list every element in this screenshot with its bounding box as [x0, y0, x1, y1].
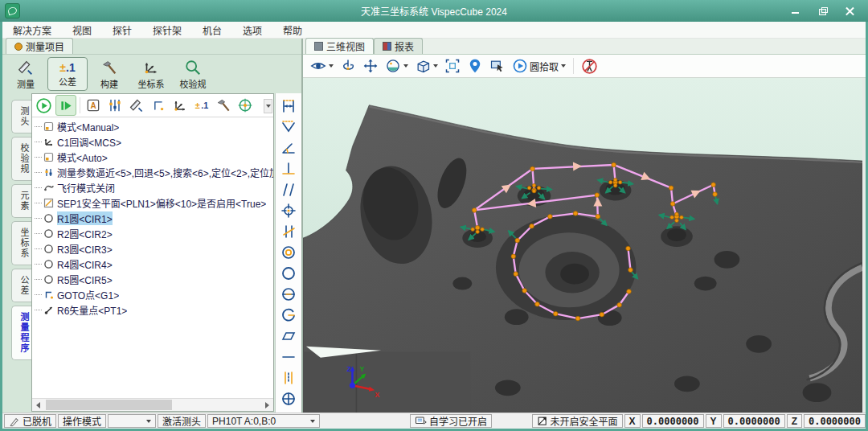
- total-runout-tool-button[interactable]: [278, 388, 299, 408]
- ribbon-construct-button[interactable]: 构建: [89, 57, 129, 91]
- plane-icon: [45, 199, 53, 207]
- display-options-button[interactable]: [308, 56, 336, 76]
- position-tool-button[interactable]: [278, 200, 299, 220]
- shading-mode-button[interactable]: [383, 56, 411, 76]
- circle-pick-button[interactable]: 圆拾取: [510, 56, 568, 76]
- step-run-button[interactable]: [55, 95, 76, 116]
- ribbon-tolerance-button[interactable]: ±.1 公差: [47, 57, 88, 91]
- scroll-right-button[interactable]: [261, 399, 273, 411]
- goto-button[interactable]: [149, 96, 168, 115]
- flatness-tool-button[interactable]: [278, 326, 299, 346]
- tree-item-circle-cir1[interactable]: R1圆<CIR1>: [32, 211, 273, 226]
- restore-button[interactable]: [818, 6, 828, 16]
- diameter-tool-button[interactable]: [278, 284, 299, 304]
- coord-x-value: 0.0000000: [642, 414, 704, 428]
- symmetry-tool-button[interactable]: [278, 367, 299, 388]
- distance-icon: [284, 101, 293, 112]
- fly-icon: [44, 186, 53, 191]
- no-probe-icon: [583, 60, 596, 73]
- profile-tool-button[interactable]: [278, 117, 299, 137]
- tree-item-circle-cir4[interactable]: R4圆<CIR4>: [32, 257, 273, 272]
- tree-item-mode-manual[interactable]: 模式<Manual>: [32, 119, 273, 134]
- program-tree: 模式<Manual> C1回调<MCS> 模式<Auto> 测量参数逼近<5>,…: [32, 117, 273, 398]
- side-tab-tolerance[interactable]: 公差: [11, 269, 31, 302]
- parameters-button[interactable]: [105, 96, 125, 115]
- align-button[interactable]: [235, 96, 255, 115]
- auto-label-button[interactable]: [84, 96, 103, 115]
- tab-measure-project[interactable]: 测量项目: [6, 38, 73, 54]
- ribbon-coordinate-button[interactable]: 坐标系: [131, 57, 171, 91]
- select-icon: [492, 61, 503, 72]
- active-probe-select[interactable]: PH10T A:0,B:0: [207, 414, 320, 428]
- tree-item-circle-cir3[interactable]: R3圆<CIR3>: [32, 241, 273, 257]
- tree-horizontal-scrollbar[interactable]: [32, 398, 273, 411]
- scroll-left-button[interactable]: [32, 399, 44, 411]
- menu-machine[interactable]: 机台: [192, 23, 232, 37]
- tree-item-mode-auto[interactable]: 模式<Auto>: [32, 150, 273, 165]
- tree-item-vector-point-pt1[interactable]: R6矢量点<PT1>: [32, 302, 273, 318]
- ribbon-gauge-button[interactable]: 校验规: [173, 57, 213, 91]
- perpendicularity-tool-button[interactable]: [278, 158, 299, 179]
- feature-icon-column: [275, 93, 301, 413]
- side-tab-program[interactable]: 测量程序: [11, 306, 31, 360]
- side-tab-coordinate[interactable]: 坐标系: [11, 221, 31, 265]
- pan-view-button[interactable]: [360, 56, 381, 76]
- tree-item-circle-cir5[interactable]: R5圆<CIR5>: [32, 272, 273, 287]
- coord-y-label: Y: [706, 414, 722, 428]
- ribbon-measure-button[interactable]: 测量: [6, 57, 46, 91]
- menu-probe-rack[interactable]: 探针架: [142, 23, 192, 37]
- view-orientation-button[interactable]: [412, 56, 440, 76]
- menu-probe[interactable]: 探针: [102, 23, 142, 37]
- tree-item-goto-g1[interactable]: GOTO点<G1>: [32, 287, 273, 302]
- parallelism-tool-button[interactable]: [278, 179, 299, 199]
- tab-3d-view[interactable]: 三维视图: [305, 38, 374, 54]
- angle-tool-button[interactable]: [278, 138, 299, 158]
- circle-tool-button[interactable]: [278, 263, 299, 283]
- concentricity-tool-button[interactable]: [278, 242, 299, 262]
- tab-report[interactable]: 报表: [374, 38, 423, 54]
- side-tab-probe[interactable]: 测头: [11, 100, 31, 133]
- cube-icon: [418, 61, 428, 72]
- straightness-tool-button[interactable]: [278, 347, 299, 367]
- toolbar-overflow-button[interactable]: [264, 99, 272, 113]
- run-button[interactable]: [34, 96, 53, 115]
- scrollbar-thumb[interactable]: [46, 400, 172, 410]
- offline-status: 已脱机: [4, 414, 56, 428]
- minimize-button[interactable]: [791, 6, 800, 16]
- menu-help[interactable]: 帮助: [272, 23, 313, 37]
- close-button[interactable]: [845, 6, 855, 16]
- zoom-fit-button[interactable]: [442, 56, 463, 76]
- play-icon: [37, 99, 51, 113]
- tree-item-safety-plane[interactable]: SEP1安全平面<PLN1>偏移<10>是否启用<True>: [32, 195, 273, 211]
- distance-tool-button[interactable]: [278, 96, 299, 116]
- shading-icon: [387, 60, 399, 72]
- tree-item-circle-cir2[interactable]: R2圆<CIR2>: [32, 226, 273, 241]
- runout-tool-button[interactable]: [278, 305, 299, 325]
- side-tab-element[interactable]: 元素: [11, 184, 31, 218]
- rotate-view-button[interactable]: [338, 56, 358, 76]
- menu-options[interactable]: 选项: [232, 23, 272, 37]
- menu-view[interactable]: 视图: [62, 23, 102, 37]
- tree-item-fly-mode[interactable]: 飞行模式关闭: [32, 180, 273, 195]
- probe-display-toggle-button[interactable]: [579, 56, 600, 76]
- construct-button[interactable]: [214, 96, 233, 115]
- params-icon: [46, 169, 52, 176]
- coordinate-button[interactable]: [170, 96, 190, 115]
- select-mode-button[interactable]: [487, 56, 508, 76]
- tree-item-measure-params[interactable]: 测量参数逼近<5>,回退<5>,搜索<6>,定位<2>,定位加<2>,测量: [32, 165, 273, 180]
- operation-mode-select[interactable]: [108, 414, 156, 428]
- side-tab-gauge[interactable]: 校验规: [11, 137, 31, 181]
- parallel-icon: [284, 184, 293, 195]
- measure-button[interactable]: [127, 96, 146, 115]
- tree-item-recall-mcs[interactable]: C1回调<MCS>: [32, 134, 273, 150]
- play-circle-icon: [514, 60, 526, 72]
- marker-button[interactable]: [465, 56, 485, 76]
- angularity-tool-button[interactable]: [278, 221, 299, 241]
- menu-solution[interactable]: 解决方案: [2, 23, 62, 37]
- viewport-3d[interactable]: Z Y X: [303, 78, 866, 413]
- app-icon: [5, 3, 20, 18]
- circle-icon: [45, 261, 52, 268]
- angularity-icon: [284, 226, 294, 237]
- tolerance-button[interactable]: [192, 96, 211, 115]
- app-window: 天准三坐标系统 VispecCube 2024 解决方案 视图 探针 探针架 机…: [0, 0, 868, 431]
